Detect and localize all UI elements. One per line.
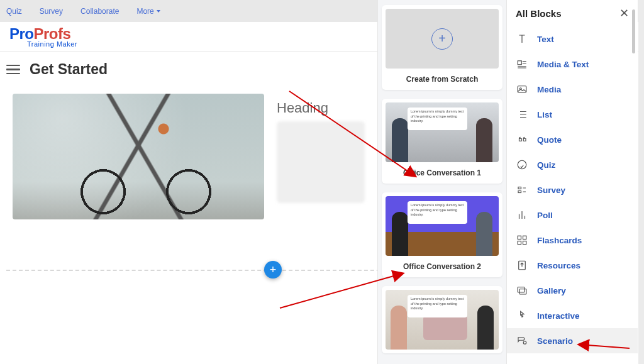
media-text-icon [516, 58, 528, 70]
svg-rect-7 [523, 236, 526, 239]
add-block-button[interactable]: + [264, 261, 282, 279]
block-flashcards[interactable]: Flashcards [507, 228, 638, 253]
svg-rect-5 [518, 191, 521, 193]
nav-survey[interactable]: Survey [40, 7, 63, 16]
nav-quiz[interactable]: Quiz [6, 7, 22, 16]
content-placeholder [277, 121, 365, 203]
gallery-icon [516, 284, 528, 297]
quote-icon [516, 133, 528, 146]
block-list[interactable]: List [507, 102, 638, 127]
svg-rect-8 [518, 241, 521, 245]
block-media-text[interactable]: Media & Text [507, 52, 638, 77]
templates-panel: + Create from Scratch Lorem ipsum is sim… [377, 0, 506, 364]
plus-icon: + [431, 28, 453, 50]
svg-rect-4 [518, 187, 521, 189]
block-interactive[interactable]: Interactive [507, 303, 638, 328]
menu-icon[interactable] [6, 62, 20, 77]
block-list: Text Media & Text Media List Quote Quiz … [507, 26, 638, 353]
block-poll[interactable]: Poll [507, 202, 638, 228]
all-blocks-panel: All Blocks ✕ Text Media & Text Media Lis… [506, 0, 638, 364]
template-bedroom[interactable]: Lorem ipsum is simply dummy text of the … [382, 286, 502, 353]
block-gallery[interactable]: Gallery [507, 278, 638, 303]
svg-rect-6 [518, 236, 521, 239]
template-thumb-scratch: + [386, 9, 499, 69]
quiz-icon [516, 158, 528, 171]
chevron-down-icon [157, 10, 160, 13]
nav-collaborate[interactable]: Collaborate [80, 7, 119, 16]
block-text[interactable]: Text [507, 26, 638, 52]
template-thumb-office2: Lorem ipsum is simply dummy text of the … [386, 196, 499, 256]
close-icon[interactable]: ✕ [619, 8, 629, 19]
block-survey[interactable]: Survey [507, 177, 638, 202]
page-title: Get Started [30, 61, 108, 78]
content-heading-block[interactable]: Heading [277, 100, 358, 203]
content-heading: Heading [277, 100, 358, 116]
svg-rect-12 [519, 289, 526, 294]
block-scenario[interactable]: Scenario [507, 328, 638, 353]
svg-rect-11 [518, 287, 525, 292]
scenario-icon [516, 334, 528, 347]
svg-rect-0 [518, 61, 521, 65]
logo-part2: Profs [34, 25, 71, 42]
block-quote[interactable]: Quote [507, 127, 638, 152]
template-thumb-office1: Lorem ipsum is simply dummy text of the … [386, 102, 499, 162]
block-resources[interactable]: Resources [507, 253, 638, 278]
logo-part1: Pro [9, 25, 34, 42]
block-quiz[interactable]: Quiz [507, 152, 638, 177]
template-label: Office Conversation 1 [386, 162, 499, 180]
svg-point-3 [518, 160, 526, 169]
survey-icon [516, 184, 528, 196]
template-office-conversation-2[interactable]: Lorem ipsum is simply dummy text of the … [382, 192, 502, 277]
nav-more[interactable]: More [136, 7, 160, 16]
panel-title: All Blocks [516, 8, 562, 19]
block-media[interactable]: Media [507, 77, 638, 102]
template-label: Office Conversation 2 [386, 256, 499, 273]
media-icon [516, 83, 528, 96]
svg-rect-9 [523, 241, 526, 245]
interactive-icon [516, 309, 528, 322]
svg-rect-1 [518, 86, 526, 93]
template-thumb-bedroom: Lorem ipsum is simply dummy text of the … [386, 290, 499, 350]
list-icon [516, 108, 528, 121]
poll-icon [516, 209, 528, 221]
template-office-conversation-1[interactable]: Lorem ipsum is simply dummy text of the … [382, 99, 502, 184]
text-icon [516, 33, 528, 45]
svg-point-13 [523, 341, 526, 345]
flashcards-icon [516, 234, 528, 246]
nav-more-label: More [136, 7, 153, 16]
scrollbar[interactable] [638, 0, 644, 364]
content-image[interactable] [13, 94, 264, 219]
template-label: Create from Scratch [386, 69, 499, 86]
resources-icon [516, 259, 528, 272]
template-create-scratch[interactable]: + Create from Scratch [382, 5, 502, 90]
